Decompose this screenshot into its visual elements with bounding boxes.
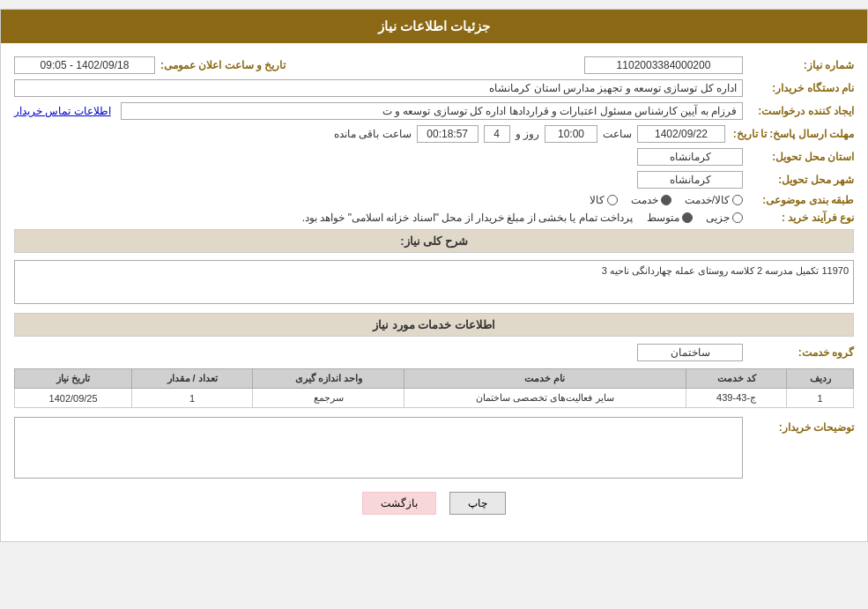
- nooe-farayand-note: پرداخت تمام یا بخشی از مبلغ خریدار از مح…: [302, 212, 633, 224]
- row-shomara: شماره نیاز: 1102003384000200 تاریخ و ساع…: [14, 56, 854, 74]
- cell-tedad: 1: [132, 389, 253, 408]
- col-vahed: واحد اندازه گیری: [253, 369, 404, 389]
- row-ijad: ایجاد کننده درخواست: فرزام به آیین کارشن…: [14, 102, 854, 120]
- row-tabaqe: طبقه بندی موضوعی: کالا/خدمت خدمت کالا: [14, 194, 854, 206]
- radio-jozi[interactable]: جزیی: [706, 212, 743, 224]
- mohlat-label: مهلت ارسال پاسخ: تا تاریخ:: [731, 128, 854, 140]
- ijad-label: ایجاد کننده درخواست:: [748, 105, 854, 117]
- row-nam-dastgah: نام دستگاه خریدار: اداره کل توسازی توسعه…: [14, 79, 854, 97]
- shomara-value: 1102003384000200: [584, 56, 743, 74]
- row-goroh: گروه خدمت: ساختمان: [14, 344, 854, 361]
- nam-dastgah-value: اداره کل توسازی توسعه و تجهیز مدارس استا…: [14, 79, 743, 97]
- radio-label-kala: کالا: [590, 194, 605, 206]
- radio-kala[interactable]: کالا: [590, 194, 618, 206]
- header-title: جزئیات اطلاعات نیاز: [378, 19, 490, 33]
- radio-motovaset[interactable]: متوسط: [647, 212, 693, 224]
- goroh-value: ساختمان: [637, 344, 743, 361]
- nooe-farayand-label: نوع فرآیند خرید :: [748, 212, 854, 224]
- row-toseeh: توضیحات خریدار:: [14, 417, 854, 479]
- radio-kala-khedmat[interactable]: کالا/خدمت: [685, 194, 743, 206]
- radio-circle-kala: [607, 195, 618, 205]
- radio-khedmat[interactable]: خدمت: [631, 194, 671, 206]
- footer-buttons: چاپ بازگشت: [14, 492, 854, 515]
- shomara-label: شماره نیاز:: [748, 59, 854, 71]
- radio-circle-khedmat: [661, 195, 671, 205]
- services-table: ردیف کد خدمت نام خدمت واحد اندازه گیری ت…: [14, 368, 854, 408]
- page-wrapper: جزئیات اطلاعات نیاز شماره نیاز: 11020033…: [0, 9, 868, 542]
- shahr-value: کرمانشاه: [637, 171, 743, 189]
- ostan-label: استان محل تحویل:: [748, 151, 854, 163]
- col-tedad: تعداد / مقدار: [132, 369, 253, 389]
- shahr-label: شهر محل تحویل:: [748, 174, 854, 186]
- table-row: 1ج-43-439سایر فعالیت‌های تخصصی ساختمانسر…: [15, 389, 854, 408]
- baqi-label: ساعت باقی مانده: [334, 128, 412, 140]
- cell-nam: سایر فعالیت‌های تخصصی ساختمان: [404, 389, 686, 408]
- radio-label-kala-khedmat: کالا/خدمت: [685, 194, 730, 206]
- sharh-box: 11970 تکمیل مدرسه 2 کلاسه روستای عمله چه…: [14, 260, 854, 304]
- nam-dastgah-label: نام دستگاه خریدار:: [748, 82, 854, 94]
- farayand-radio-group: جزیی متوسط: [647, 212, 743, 224]
- header-bar: جزئیات اطلاعات نیاز: [1, 10, 867, 43]
- sharh-value: 11970 تکمیل مدرسه 2 کلاسه روستای عمله چه…: [602, 265, 849, 276]
- toseeh-label: توضیحات خریدار:: [748, 417, 854, 434]
- toseeh-textarea[interactable]: [14, 417, 743, 479]
- khadamat-section-title: اطلاعات خدمات مورد نیاز: [14, 313, 854, 337]
- ijad-value: فرزام به آیین کارشناس مسئول اعتبارات و ق…: [121, 102, 743, 120]
- cell-kod: ج-43-439: [686, 389, 786, 408]
- tabaqe-label: طبقه بندی موضوعی:: [748, 194, 854, 206]
- row-mohlat: مهلت ارسال پاسخ: تا تاریخ: 1402/09/22 سا…: [14, 125, 854, 143]
- goroh-label: گروه خدمت:: [748, 346, 854, 359]
- row-shahr: شهر محل تحویل: کرمانشاه: [14, 171, 854, 189]
- content: شماره نیاز: 1102003384000200 تاریخ و ساع…: [1, 43, 867, 541]
- saat-value: 10:00: [545, 125, 597, 143]
- radio-label-motovaset: متوسط: [647, 212, 679, 224]
- rooz-value: 4: [484, 125, 510, 143]
- cell-vahed: سرجمع: [253, 389, 404, 408]
- cell-tarikh: 1402/09/25: [15, 389, 132, 408]
- sharh-section-title: شرح کلی نیاز:: [14, 229, 854, 253]
- btn-chap[interactable]: چاپ: [449, 492, 506, 515]
- col-tarikh: تاریخ نیاز: [15, 369, 132, 389]
- saat-label: ساعت: [603, 128, 632, 140]
- row-ostan: استان محل تحویل: کرمانشاه: [14, 148, 854, 166]
- tarikh-sanat-value: 1402/09/18 - 09:05: [14, 56, 155, 74]
- radio-circle-jozi: [732, 212, 743, 223]
- radio-circle-kala-khedmat: [732, 195, 743, 205]
- col-nam: نام خدمت: [404, 369, 686, 389]
- radio-label-khedmat: خدمت: [631, 194, 658, 206]
- tabaqe-radio-group: کالا/خدمت خدمت کالا: [590, 194, 743, 206]
- etelaat-link[interactable]: اطلاعات تماس خریدار: [14, 105, 111, 117]
- cell-radif: 1: [787, 389, 854, 408]
- rooz-label: روز و: [516, 128, 539, 140]
- row-nooe-farayand: نوع فرآیند خرید : جزیی متوسط پرداخت تمام…: [14, 212, 854, 224]
- radio-circle-motovaset: [682, 212, 693, 223]
- baqi-value: 00:18:57: [417, 125, 479, 143]
- tarikh-sanat-label: تاریخ و ساعت اعلان عمومی:: [160, 59, 286, 71]
- table-container: ردیف کد خدمت نام خدمت واحد اندازه گیری ت…: [14, 368, 854, 408]
- btn-bazgasht[interactable]: بازگشت: [362, 492, 436, 515]
- col-radif: ردیف: [787, 369, 854, 389]
- radio-label-jozi: جزیی: [706, 212, 730, 224]
- col-kod: کد خدمت: [686, 369, 786, 389]
- date-value: 1402/09/22: [637, 125, 725, 143]
- ostan-value: کرمانشاه: [637, 148, 743, 166]
